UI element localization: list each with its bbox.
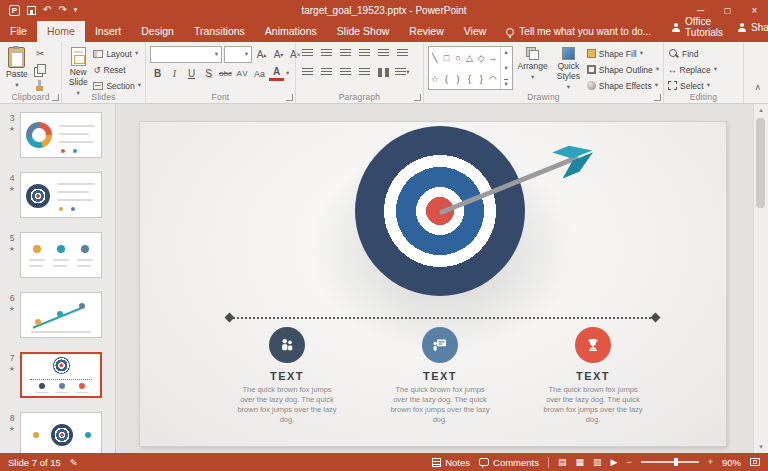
slide-indicator[interactable]: Slide 7 of 15	[8, 457, 61, 468]
slide-column-2[interactable]: TEXT The quick brown fox jumps over the …	[375, 327, 505, 426]
shape-fill-button[interactable]: Shape Fill ▾	[587, 46, 659, 61]
tell-me-box[interactable]: Tell me what you want to do...	[496, 22, 661, 42]
character-spacing-button[interactable]: AV	[235, 66, 250, 81]
account-button[interactable]: Office Tutorials	[671, 16, 723, 38]
reading-view-button[interactable]: ▥	[593, 458, 602, 467]
font-dialog-launcher[interactable]	[286, 94, 293, 101]
shape-line-icon[interactable]: ╲	[432, 53, 437, 63]
fit-to-window-icon[interactable]	[750, 458, 760, 466]
slide-column-1[interactable]: TEXT The quick brown fox jumps over the …	[222, 327, 352, 426]
gallery-more-icon[interactable]: ▾	[504, 79, 507, 88]
undo-icon[interactable]: ↶	[43, 5, 51, 15]
select-button[interactable]: Select ▾	[668, 78, 717, 93]
tab-slideshow[interactable]: Slide Show	[327, 21, 400, 42]
shape-outline-button[interactable]: Shape Outline ▾	[587, 62, 659, 77]
align-right-button[interactable]	[338, 65, 353, 80]
line-spacing-button[interactable]	[376, 46, 391, 61]
comments-button[interactable]: Comments	[479, 457, 539, 468]
slide-sorter-view-button[interactable]: ▦	[576, 458, 585, 467]
redo-icon[interactable]: ↷	[58, 5, 66, 15]
change-case-button[interactable]: Aa	[252, 66, 267, 81]
scrollbar-down-icon[interactable]: ▾	[759, 443, 763, 451]
shape-triangle-icon[interactable]: △	[466, 53, 473, 63]
slide-thumbnail-8[interactable]: 8★	[4, 412, 115, 453]
align-center-button[interactable]	[319, 65, 334, 80]
scrollbar-thumb[interactable]	[756, 118, 765, 208]
zoom-slider[interactable]	[641, 461, 699, 463]
indent-decrease-button[interactable]	[338, 46, 353, 61]
text-direction-button[interactable]	[395, 46, 410, 61]
shape-oval-icon[interactable]: ○	[455, 53, 460, 63]
shape-rectangle-icon[interactable]: □	[444, 53, 449, 63]
shrink-font-button[interactable]: A	[271, 47, 286, 62]
gallery-scroll-up-icon[interactable]: ▴	[504, 48, 507, 56]
target-graphic[interactable]	[355, 126, 525, 296]
indent-increase-button[interactable]	[357, 46, 372, 61]
zoom-out-button[interactable]: −	[626, 458, 631, 467]
zoom-in-button[interactable]: +	[708, 458, 713, 467]
shape-star-icon[interactable]: ☆	[431, 74, 439, 84]
tab-design[interactable]: Design	[131, 21, 184, 42]
vertical-scrollbar[interactable]: ▴ ▾	[753, 104, 768, 453]
justify-button[interactable]	[357, 65, 372, 80]
shape-diamond-icon[interactable]: ◇	[478, 53, 485, 63]
arrange-button[interactable]: Arrange ▾	[516, 46, 550, 81]
shape-brace-right-icon[interactable]: }	[480, 74, 483, 84]
tab-insert[interactable]: Insert	[85, 21, 131, 42]
convert-smartart-button[interactable]: ▾	[395, 65, 410, 80]
dotted-timeline[interactable]	[230, 317, 655, 319]
font-color-button[interactable]: A	[269, 66, 284, 81]
section-button[interactable]: Section ▾	[93, 78, 141, 93]
font-size-combobox[interactable]: ▾	[224, 46, 252, 63]
layout-button[interactable]: Layout ▾	[93, 46, 141, 61]
tab-animations[interactable]: Animations	[255, 21, 327, 42]
normal-view-button[interactable]: ▤	[558, 458, 567, 467]
replace-button[interactable]: ↔ Replace ▾	[668, 62, 717, 77]
reset-button[interactable]: ↺ Reset	[93, 62, 141, 77]
shape-brace-left-icon[interactable]: {	[468, 74, 471, 84]
scrollbar-up-icon[interactable]: ▴	[759, 106, 763, 114]
slide-thumbnail-5[interactable]: 5★	[4, 232, 115, 278]
tab-review[interactable]: Review	[399, 21, 453, 42]
strikethrough-button[interactable]: abc	[218, 66, 233, 81]
numbering-button[interactable]	[319, 46, 334, 61]
find-button[interactable]: Find	[668, 46, 717, 61]
notes-button[interactable]: Notes	[432, 457, 470, 468]
slide-canvas[interactable]: TEXT The quick brown fox jumps over the …	[140, 122, 726, 446]
slide-thumbnail-3[interactable]: 3★	[4, 112, 115, 158]
quick-styles-button[interactable]: Quick Styles ▾	[553, 46, 584, 91]
drawing-dialog-launcher[interactable]	[654, 94, 661, 101]
clipboard-dialog-launcher[interactable]	[52, 94, 59, 101]
align-left-button[interactable]	[300, 65, 315, 80]
pen-icon[interactable]: ✎	[70, 457, 78, 468]
grow-font-button[interactable]: A	[254, 47, 269, 62]
copy-button[interactable]	[33, 62, 48, 77]
tab-file[interactable]: File	[0, 21, 37, 42]
collapse-ribbon-icon[interactable]: ∧	[754, 82, 761, 92]
tab-home[interactable]: Home	[37, 21, 85, 42]
slide-column-3[interactable]: TEXT The quick brown fox jumps over the …	[528, 327, 658, 426]
zoom-slider-thumb[interactable]	[674, 458, 678, 466]
shape-paren-left-icon[interactable]: (	[445, 74, 448, 84]
tab-view[interactable]: View	[454, 21, 497, 42]
tab-transitions[interactable]: Transitions	[184, 21, 255, 42]
text-shadow-button[interactable]: S	[201, 66, 216, 81]
columns-button[interactable]	[376, 65, 391, 80]
bold-button[interactable]: B	[150, 66, 165, 81]
save-icon[interactable]	[27, 6, 36, 15]
font-name-combobox[interactable]: ▾	[150, 46, 222, 63]
format-painter-button[interactable]	[33, 78, 48, 93]
slide-thumbnail-4[interactable]: 4★	[4, 172, 115, 218]
share-button[interactable]: Share	[737, 22, 768, 33]
slideshow-view-button[interactable]: ▶	[611, 458, 618, 467]
bullets-button[interactable]	[300, 46, 315, 61]
powerpoint-app-icon[interactable]: P	[9, 5, 20, 16]
underline-button[interactable]: U	[184, 66, 199, 81]
paragraph-dialog-launcher[interactable]	[414, 94, 421, 101]
cut-button[interactable]: ✂	[33, 46, 48, 61]
shape-effects-button[interactable]: Shape Effects ▾	[587, 78, 659, 93]
shape-arrow-icon[interactable]: →	[488, 53, 497, 63]
shape-paren-right-icon[interactable]: )	[456, 74, 459, 84]
zoom-level[interactable]: 90%	[722, 457, 741, 468]
shapes-gallery[interactable]: ╲ □ ○ △ ◇ → ☆ ( ) { } ◠ ▴ ▾ ▾	[428, 46, 513, 90]
